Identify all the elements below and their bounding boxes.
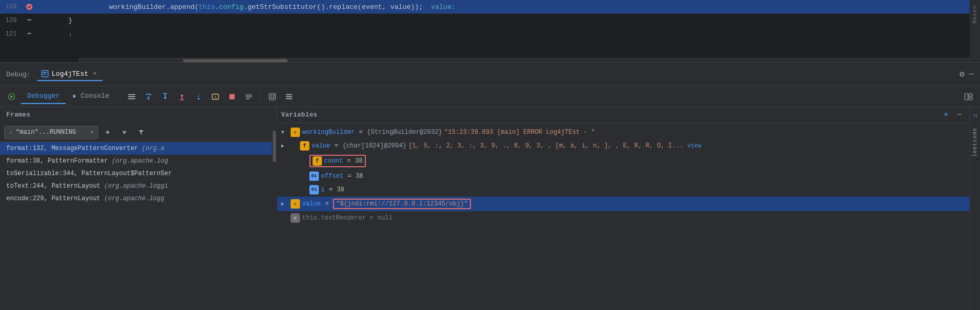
offset-value: 38 (355, 173, 363, 180)
line-content-121: ↓ (36, 30, 72, 38)
jndi-type-icon: ≡ (291, 199, 300, 209)
chevron-down-icon: ▾ (90, 129, 94, 135)
svg-rect-10 (128, 96, 135, 97)
frame-text-1: format:38, PatternFormatter (org.apache.… (6, 157, 168, 165)
right-panel: Maven (970, 0, 980, 62)
view-link[interactable]: View (687, 143, 701, 149)
var-item-workingBuilder[interactable]: ▼ ≡ workingBuilder = {StringBuilder@2032… (277, 125, 970, 139)
svg-rect-34 (286, 94, 292, 95)
expand-jndi-icon: ▶ (281, 201, 289, 207)
frame-item-1[interactable]: format:38, PatternFormatter (org.apache.… (0, 155, 276, 167)
main-content: Frames ✓ "main"...RUNNING ▾ format:132, … (0, 107, 980, 310)
svg-rect-37 (965, 94, 968, 100)
frames-list: format:132, MessagePatternConverter (org… (0, 142, 276, 310)
svg-rect-4 (43, 72, 47, 73)
minimize-icon[interactable]: — (969, 70, 974, 79)
svg-rect-27 (246, 96, 252, 97)
var-item-count[interactable]: f count = 38 (277, 153, 970, 169)
workingBuilder-type: {StringBuilder@2032} (367, 129, 442, 136)
frames-scrollbar[interactable] (272, 120, 277, 310)
debug-tab[interactable]: Log4jTEst × (37, 68, 102, 81)
variables-header: Variables (281, 111, 938, 119)
resume-button[interactable] (4, 89, 19, 104)
step-into-button[interactable] (158, 89, 172, 104)
var-item-value-array[interactable]: ▶ f value = {char[1024]@2094} [1, 5, :, … (277, 139, 970, 153)
console-arrow-icon (72, 93, 78, 99)
svg-rect-9 (128, 94, 135, 95)
toolbar-divider-1 (120, 91, 120, 102)
svg-rect-35 (286, 96, 292, 97)
step-out-button[interactable] (175, 89, 189, 104)
list-view-button[interactable] (282, 89, 296, 104)
var-item-textRenderer[interactable]: ⊙ this.textRenderer = null (277, 211, 970, 225)
svg-rect-39 (969, 97, 972, 100)
remove-watch-button[interactable]: − (954, 109, 965, 121)
add-watch-button[interactable]: + (940, 109, 952, 121)
svg-marker-16 (164, 97, 167, 99)
debugger-tab[interactable]: Debugger (21, 89, 66, 104)
frames-up-button[interactable] (100, 125, 115, 140)
svg-marker-8 (73, 94, 76, 98)
workingBuilder-value: "15:23:39.893 [main] ERROR Log4jTEst - " (444, 129, 595, 136)
frame-text-4: encode:229, PatternLayout (org.apache.lo… (6, 195, 164, 202)
svg-rect-36 (286, 98, 292, 99)
thread-label: "main"...RUNNING (16, 129, 76, 136)
code-editor: 119 workingBuilder.append(this.config.ge… (0, 0, 980, 63)
frames-toolbar: ✓ "main"...RUNNING ▾ (0, 123, 276, 142)
frame-item-4[interactable]: encode:229, PatternLayout (org.apache.lo… (0, 192, 276, 205)
frames-toggle-button[interactable] (124, 89, 139, 104)
leetcode-label[interactable]: leetcode (972, 128, 978, 157)
tab-icon (41, 70, 49, 77)
var-item-value-jndi[interactable]: ▶ ≡ value = "${jndi:rmi://127.0.0.1:1234… (277, 197, 970, 211)
svg-rect-5 (43, 74, 46, 75)
frames-filter-button[interactable] (134, 125, 148, 140)
offset-equals: = (348, 173, 351, 180)
breakpoint-icon[interactable] (25, 3, 33, 11)
frame-item-0[interactable]: format:132, MessagePatternConverter (org… (0, 142, 276, 155)
evaluate-button[interactable]: ✎ (208, 89, 223, 104)
value-array-name: value (312, 142, 330, 150)
svg-marker-14 (147, 98, 150, 100)
var-item-i[interactable]: 01 i = 38 (277, 183, 970, 197)
thread-dropdown[interactable]: ✓ "main"...RUNNING ▾ (4, 126, 98, 139)
expand-workingBuilder-icon: ▼ (281, 130, 289, 135)
workingBuilder-name: workingBuilder (302, 129, 355, 136)
table-view-button[interactable] (265, 89, 280, 104)
var-item-offset[interactable]: 01 offset = 38 (277, 169, 970, 183)
svg-marker-42 (139, 130, 144, 134)
svg-marker-41 (122, 131, 126, 134)
svg-rect-26 (246, 95, 252, 96)
line-number-119: 119 (4, 3, 25, 10)
frames-down-button[interactable] (117, 125, 132, 140)
value-array-equals: = (335, 142, 338, 150)
offset-name: offset (321, 173, 343, 180)
side-collapse-arrow[interactable]: ◁ (973, 111, 977, 119)
frame-item-2[interactable]: toSerializable:344, PatternLayout$Patter… (0, 167, 276, 180)
jndi-value-red-box: "${jndi:rmi://127.0.0.1:12345/obj}" (333, 199, 471, 209)
variables-panel: Variables + − ▼ ≡ workingBuilder = {Stri… (277, 107, 970, 310)
check-icon: ✓ (9, 129, 13, 136)
svg-rect-29 (269, 94, 275, 100)
run-to-cursor-button[interactable] (191, 89, 206, 104)
console-tab[interactable]: Console (66, 89, 116, 104)
layout-button[interactable] (961, 89, 976, 104)
tab-close-button[interactable]: × (91, 70, 98, 77)
svg-marker-19 (180, 94, 183, 96)
svg-rect-38 (969, 94, 972, 96)
debug-label: Debug: (6, 71, 31, 78)
code-line-121: 121 ↓ (0, 27, 980, 41)
debug-tab-group: Debugger Console (21, 89, 116, 104)
step-over-button[interactable] (141, 89, 156, 104)
stop-button[interactable] (225, 89, 239, 104)
settings-icon[interactable]: ⚙ (960, 69, 965, 79)
frame-item-3[interactable]: toText:244, PatternLayout (org.apache.lo… (0, 180, 276, 192)
jndi-value: "${jndi:rmi://127.0.0.1:12345/obj}" (336, 200, 468, 208)
line-number-121: 121 (4, 30, 25, 38)
more-button[interactable] (241, 89, 256, 104)
line-icon-120 (25, 16, 33, 25)
debugger-controls-bar: Debugger Console ✎ (0, 86, 980, 107)
value-array-value: [1, 5, :, 2, 3, :, 3, 9, ., 8, 9, 3, , [… (409, 142, 684, 150)
svg-marker-7 (10, 95, 13, 98)
frame-text-3: toText:244, PatternLayout (org.apache.lo… (6, 182, 168, 190)
workingBuilder-type-icon: ≡ (291, 128, 300, 137)
